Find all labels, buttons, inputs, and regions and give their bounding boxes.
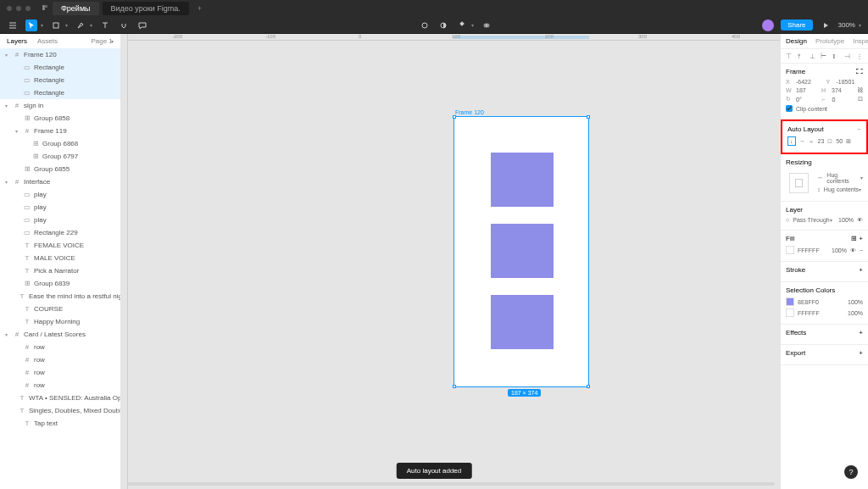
style-icon[interactable]: ⊞ [851, 235, 857, 242]
layer-item[interactable]: ▭Rectangle 229 [0, 226, 120, 239]
layer-item[interactable]: TWTA • SENSLED: Australia Open, hard [0, 392, 120, 404]
add-export-icon[interactable]: + [859, 349, 863, 357]
tab-active[interactable]: Фреймы [53, 2, 99, 15]
layer-item[interactable]: TMALE VOICE [0, 252, 120, 264]
share-button[interactable]: Share [781, 19, 812, 31]
resize-handle-tr[interactable] [587, 115, 590, 119]
layer-item[interactable]: ▭Rectangle [0, 74, 120, 86]
layer-item[interactable]: ▭Rectangle [0, 86, 120, 99]
remove-autolayout-icon[interactable]: − [857, 125, 861, 133]
corners-icon[interactable]: ⊡ [858, 96, 863, 103]
direction-vertical-icon[interactable]: ↓ [787, 136, 796, 146]
fill-visibility-icon[interactable]: 👁 [850, 247, 856, 253]
frame-label[interactable]: Frame 120 [455, 109, 484, 115]
w-input[interactable]: 187 [796, 87, 818, 93]
inspect-tab[interactable]: Inspect [853, 37, 868, 45]
layer-item[interactable]: TEase the mind into a restful night's sl… [0, 290, 120, 303]
contrast-icon[interactable] [437, 19, 449, 31]
clip-content-checkbox[interactable] [786, 105, 793, 112]
horizontal-scrollbar[interactable] [127, 482, 775, 486]
fill-hex[interactable]: FFFFFF [798, 247, 820, 253]
layer-item[interactable]: ▾#Frame 120 [0, 48, 120, 61]
sel-color-1-swatch[interactable] [786, 297, 794, 306]
layer-item[interactable]: ▭play [0, 214, 120, 226]
layer-opacity[interactable]: 100% [838, 217, 854, 223]
layer-item[interactable]: TCOURSE [0, 303, 120, 315]
page-selector[interactable]: Page 1 ▾ [91, 37, 114, 45]
resize-handle-bl[interactable] [453, 385, 456, 388]
text-tool[interactable] [99, 19, 111, 31]
layer-item[interactable]: TFEMALE VOICE [0, 239, 120, 252]
x-input[interactable]: -6422 [796, 79, 823, 85]
layers-tab[interactable]: Layers [7, 37, 27, 45]
h-input[interactable]: 374 [832, 87, 854, 93]
visibility-icon[interactable]: 👁 [857, 217, 863, 223]
pen-tool[interactable] [75, 19, 86, 31]
direction-horizontal-icon[interactable]: → [799, 138, 805, 144]
assets-tab[interactable]: Assets [37, 37, 58, 45]
layer-item[interactable]: #row [0, 366, 120, 379]
layer-item[interactable]: #row [0, 341, 120, 353]
layer-item[interactable]: #row [0, 353, 120, 366]
layer-item[interactable]: TPick a Narrator [0, 264, 120, 277]
canvas-rect-3[interactable] [491, 295, 554, 349]
menu-button[interactable] [7, 19, 19, 31]
add-effect-icon[interactable]: + [859, 329, 863, 336]
layer-item[interactable]: ▾#Interface [0, 175, 120, 188]
remove-fill-icon[interactable]: − [860, 247, 863, 253]
mask-icon[interactable] [481, 19, 492, 31]
comment-tool[interactable] [136, 19, 148, 31]
layer-item[interactable]: THappy Morning [0, 315, 120, 328]
move-tool[interactable] [25, 19, 37, 31]
alignment-controls[interactable]: ⊤⫯⊥⊢⫿⊣⋮ [781, 49, 868, 64]
layer-item[interactable]: ▭Rectangle [0, 61, 120, 74]
canvas[interactable]: -200 -100 0 100 200 300 400 Frame 120 18… [121, 34, 780, 489]
horiz-resize[interactable]: Hug contents [826, 172, 860, 184]
sel-color-2-swatch[interactable] [786, 308, 794, 317]
layer-item[interactable]: ⊞Group 6797 [0, 150, 120, 163]
blend-mode[interactable]: Pass Through [793, 217, 829, 223]
alignment-grid-icon[interactable]: ⊞ [846, 138, 851, 145]
y-input[interactable]: -18501 [837, 79, 864, 85]
layer-item[interactable]: ▾#sign in [0, 99, 120, 112]
view-icon[interactable] [419, 19, 431, 31]
radius-input[interactable]: 0 [832, 97, 855, 103]
constrain-icon[interactable]: ⛓ [857, 87, 863, 93]
component-icon[interactable] [456, 19, 468, 31]
layer-item[interactable]: ⊞Group 6868 [0, 137, 120, 150]
vert-resize[interactable]: Hug contents [824, 186, 859, 192]
fill-swatch[interactable] [786, 246, 794, 254]
resize-handle-tl[interactable] [453, 115, 456, 119]
add-fill-icon[interactable]: + [859, 235, 863, 242]
zoom-level[interactable]: 300% [838, 21, 855, 29]
canvas-rect-1[interactable] [491, 153, 554, 207]
resize-handle-br[interactable] [587, 385, 590, 388]
layer-item[interactable]: #row [0, 379, 120, 392]
canvas-rect-2[interactable] [491, 224, 554, 278]
layers-list[interactable]: ▾#Frame 120▭Rectangle▭Rectangle▭Rectangl… [0, 48, 120, 489]
spacing-input[interactable]: 23 [818, 138, 825, 144]
layer-item[interactable]: ▭play [0, 201, 120, 214]
hand-tool[interactable] [118, 19, 130, 31]
help-button[interactable]: ? [844, 465, 858, 479]
tab-add-button[interactable]: + [192, 4, 207, 13]
prototype-tab[interactable]: Prototype [815, 37, 844, 45]
figma-logo-icon[interactable] [41, 4, 49, 13]
layer-item[interactable]: TSingles, Doubles, Mixed Doubles [0, 404, 120, 417]
layer-item[interactable]: ▭play [0, 188, 120, 201]
layer-item[interactable]: TTap text [0, 417, 120, 430]
rotation-input[interactable]: 0° [796, 97, 819, 103]
layer-item[interactable]: ⊞Group 6858 [0, 112, 120, 125]
user-avatar[interactable] [762, 19, 774, 31]
tidy-icon[interactable]: ⛶ [856, 68, 863, 75]
add-stroke-icon[interactable]: + [859, 266, 863, 274]
design-tab[interactable]: Design [786, 37, 807, 45]
fill-opacity[interactable]: 100% [832, 247, 847, 253]
selected-frame[interactable] [453, 116, 589, 387]
present-button[interactable] [820, 19, 832, 31]
padding-input[interactable]: 50 [836, 138, 843, 144]
tab-other[interactable]: Видео уроки Figma. [103, 2, 189, 15]
layer-item[interactable]: ⊞Group 6855 [0, 163, 120, 175]
layer-item[interactable]: ▾#Frame 119 [0, 125, 120, 137]
layer-item[interactable]: ▾#Card / Latest Scores [0, 328, 120, 341]
